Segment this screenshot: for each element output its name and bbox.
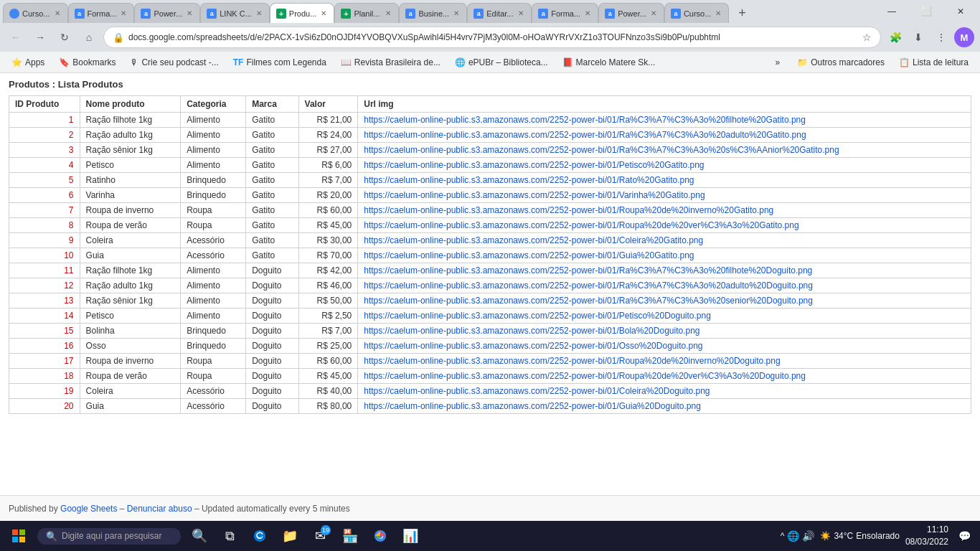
url-link[interactable]: https://caelum-online-public.s3.amazonaw… [364, 160, 704, 170]
save-icon[interactable]: ⬇ [908, 27, 928, 47]
taskbar-files-button[interactable]: 📁 [277, 523, 303, 549]
cell-url[interactable]: https://caelum-online-public.s3.amazonaw… [358, 384, 971, 399]
url-link[interactable]: https://caelum-online-public.s3.amazonaw… [364, 326, 699, 336]
url-link[interactable]: https://caelum-online-public.s3.amazonaw… [364, 401, 701, 411]
url-link[interactable]: https://caelum-online-public.s3.amazonaw… [364, 386, 710, 396]
tab-3[interactable]: a Power... ✕ [134, 3, 200, 23]
tab-3-close[interactable]: ✕ [185, 9, 194, 18]
tab-8[interactable]: a Editar... ✕ [467, 3, 532, 23]
cell-url[interactable]: https://caelum-online-public.s3.amazonaw… [358, 293, 971, 309]
bookmark-outros[interactable]: 📁 Outros marcadores [791, 55, 890, 70]
bookmark-star-icon[interactable]: ☆ [862, 32, 872, 43]
cell-url[interactable]: https://caelum-online-public.s3.amazonaw… [358, 143, 971, 158]
url-link[interactable]: https://caelum-online-public.s3.amazonaw… [364, 265, 812, 276]
bookmarks-more-button[interactable]: » [770, 55, 786, 70]
url-link[interactable]: https://caelum-online-public.s3.amazonaw… [364, 296, 813, 306]
cell-url[interactable]: https://caelum-online-public.s3.amazonaw… [358, 278, 971, 293]
bookmark-filmes[interactable]: TF Filmes com Legenda [227, 55, 332, 70]
tab-2[interactable]: a Forma... ✕ [68, 3, 135, 23]
cell-url[interactable]: https://caelum-online-public.s3.amazonaw… [358, 369, 971, 384]
forward-button[interactable]: → [30, 27, 50, 47]
close-button[interactable]: ✕ [944, 0, 977, 23]
url-link[interactable]: https://caelum-online-public.s3.amazonaw… [364, 250, 694, 260]
extensions-icon[interactable]: 🧩 [885, 27, 905, 47]
tab-11[interactable]: a Curso... ✕ [664, 3, 730, 23]
url-link[interactable]: https://caelum-online-public.s3.amazonaw… [364, 175, 694, 185]
cell-url[interactable]: https://caelum-online-public.s3.amazonaw… [358, 173, 971, 188]
bookmark-reading-list[interactable]: 📋 Lista de leitura [893, 55, 974, 70]
tab-4[interactable]: a LINK C... ✕ [200, 3, 270, 23]
bookmark-apps[interactable]: ⭐ Apps [6, 55, 50, 70]
home-button[interactable]: ⌂ [79, 27, 99, 47]
taskbar-store-button[interactable]: 🏪 [337, 523, 363, 549]
taskbar-mail-button[interactable]: ✉ 19 [307, 523, 333, 549]
new-tab-button[interactable]: + [732, 3, 752, 23]
url-link[interactable]: https://caelum-online-public.s3.amazonaw… [364, 356, 780, 366]
cell-url[interactable]: https://caelum-online-public.s3.amazonaw… [358, 339, 971, 354]
reload-button[interactable]: ↻ [55, 27, 75, 47]
bookmark-podcast[interactable]: 🎙 Crie seu podcast -... [124, 55, 224, 70]
tab-8-close[interactable]: ✕ [517, 9, 525, 18]
tab-5-close[interactable]: ✕ [319, 9, 328, 18]
cell-url[interactable]: https://caelum-online-public.s3.amazonaw… [358, 263, 971, 278]
taskbar-edge-button[interactable] [247, 523, 273, 549]
tab-1[interactable]: Curso... ✕ [3, 3, 68, 23]
search-box[interactable]: 🔍 Digite aqui para pesquisar [37, 528, 181, 545]
tab-10[interactable]: a Power... ✕ [598, 3, 664, 23]
tab-2-close[interactable]: ✕ [119, 9, 128, 18]
url-link[interactable]: https://caelum-online-public.s3.amazonaw… [364, 281, 813, 291]
url-link[interactable]: https://caelum-online-public.s3.amazonaw… [364, 130, 806, 140]
profile-button[interactable]: M [954, 27, 974, 47]
tab-10-close[interactable]: ✕ [649, 9, 658, 18]
url-link[interactable]: https://caelum-online-public.s3.amazonaw… [364, 205, 773, 215]
bookmark-revista[interactable]: 📖 Revista Brasileira de... [335, 55, 446, 70]
url-bar[interactable]: 🔒 docs.google.com/spreadsheets/d/e/2PACX… [103, 27, 881, 48]
google-sheets-link[interactable]: Google Sheets [60, 504, 117, 514]
cell-url[interactable]: https://caelum-online-public.s3.amazonaw… [358, 309, 971, 324]
tab-1-close[interactable]: ✕ [53, 9, 62, 18]
report-abuse-link[interactable]: Denunciar abuso [127, 504, 192, 514]
menu-icon[interactable]: ⋮ [931, 27, 951, 47]
bookmark-bookmarks[interactable]: 🔖 Bookmarks [53, 55, 121, 70]
url-link[interactable]: https://caelum-online-public.s3.amazonaw… [364, 190, 705, 200]
cell-url[interactable]: https://caelum-online-public.s3.amazonaw… [358, 128, 971, 143]
cell-url[interactable]: https://caelum-online-public.s3.amazonaw… [358, 218, 971, 233]
cell-url[interactable]: https://caelum-online-public.s3.amazonaw… [358, 158, 971, 173]
cell-url[interactable]: https://caelum-online-public.s3.amazonaw… [358, 233, 971, 248]
bookmark-epub[interactable]: 🌐 ePUBr – Biblioteca... [449, 55, 554, 70]
cell-url[interactable]: https://caelum-online-public.s3.amazonaw… [358, 354, 971, 369]
tab-5-active[interactable]: + Produ... ✕ [270, 3, 335, 23]
taskbar-chrome-button[interactable] [367, 523, 393, 549]
tab-9-close[interactable]: ✕ [583, 9, 592, 18]
url-link[interactable]: https://caelum-online-public.s3.amazonaw… [364, 371, 806, 381]
volume-icon[interactable]: 🔊 [802, 530, 814, 542]
url-link[interactable]: https://caelum-online-public.s3.amazonaw… [364, 145, 839, 155]
taskbar-search-button[interactable]: 🔍 [187, 523, 212, 549]
bookmark-marcelo[interactable]: 📕 Marcelo Matere Sk... [557, 55, 661, 70]
tab-4-close[interactable]: ✕ [255, 9, 263, 18]
network-icon[interactable]: 🌐 [787, 530, 799, 542]
tab-9[interactable]: a Forma... ✕ [532, 3, 598, 23]
tray-up-icon[interactable]: ^ [781, 531, 785, 541]
maximize-button[interactable]: ⬜ [910, 0, 943, 23]
taskbar-powerbii-button[interactable]: 📊 [397, 523, 423, 549]
tab-6[interactable]: + Planil... ✕ [334, 3, 399, 23]
tab-6-close[interactable]: ✕ [384, 9, 392, 18]
cell-url[interactable]: https://caelum-online-public.s3.amazonaw… [358, 203, 971, 218]
url-link[interactable]: https://caelum-online-public.s3.amazonaw… [364, 220, 798, 230]
notification-button[interactable]: 💬 [954, 526, 974, 546]
tab-11-close[interactable]: ✕ [714, 9, 722, 18]
minimize-button[interactable]: — [875, 0, 908, 23]
url-link[interactable]: https://caelum-online-public.s3.amazonaw… [364, 115, 806, 125]
cell-url[interactable]: https://caelum-online-public.s3.amazonaw… [358, 188, 971, 203]
clock[interactable]: 11:10 08/03/2022 [905, 524, 948, 548]
url-link[interactable]: https://caelum-online-public.s3.amazonaw… [364, 311, 711, 321]
tab-7-close[interactable]: ✕ [452, 9, 461, 18]
back-button[interactable]: ← [6, 27, 26, 47]
url-link[interactable]: https://caelum-online-public.s3.amazonaw… [364, 341, 702, 351]
tab-7[interactable]: a Busine... ✕ [399, 3, 467, 23]
url-link[interactable]: https://caelum-online-public.s3.amazonaw… [364, 235, 703, 245]
taskbar-taskview-button[interactable]: ⧉ [217, 523, 242, 549]
start-button[interactable] [6, 523, 32, 549]
cell-url[interactable]: https://caelum-online-public.s3.amazonaw… [358, 248, 971, 263]
